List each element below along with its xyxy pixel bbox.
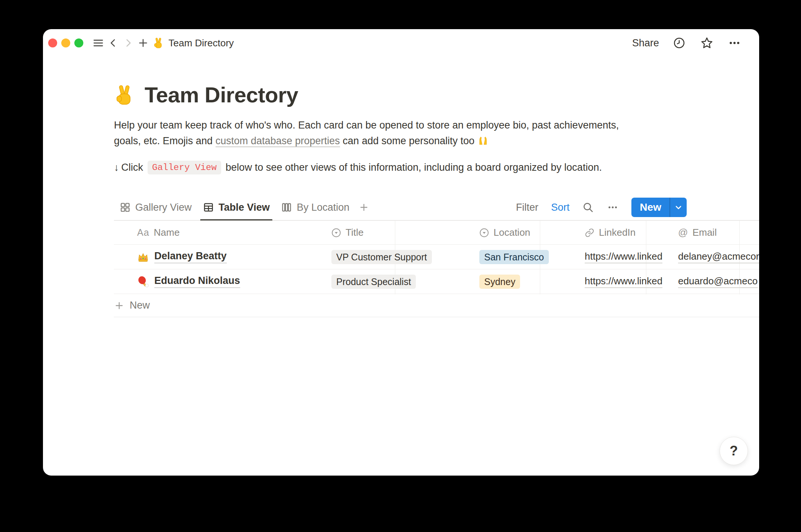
email-cell[interactable]: delaney@acmecor <box>668 251 759 263</box>
new-record-button-label[interactable]: New <box>631 198 669 217</box>
name-cell[interactable]: Delaney Beatty <box>114 250 324 263</box>
column-header-name-label: Name <box>154 227 180 238</box>
page-description: Help your team keep track of who's who. … <box>114 117 671 149</box>
back-icon[interactable] <box>106 35 121 50</box>
app-window: Team Directory Share <box>43 29 759 476</box>
view-bar: Gallery View Table View By Location <box>114 194 759 220</box>
view-options-icon[interactable] <box>607 201 619 213</box>
title-tag: VP Customer Support <box>331 250 432 264</box>
custom-database-properties-link[interactable]: custom database properties <box>216 135 340 147</box>
tab-gallery-view[interactable]: Gallery View <box>114 194 197 220</box>
text-property-icon: Aa <box>137 227 149 238</box>
column-header-linkedin-label: LinkedIn <box>599 227 635 238</box>
title-cell[interactable]: Product Specialist <box>324 275 469 289</box>
help-button[interactable]: ? <box>720 437 748 465</box>
raising-hands-emoji <box>477 135 489 146</box>
column-header-email[interactable]: @ Email <box>668 227 759 238</box>
chevron-down-icon[interactable] <box>670 198 687 217</box>
column-header-email-label: Email <box>692 227 717 238</box>
description-line-1: Help your team keep track of who's who. … <box>114 117 671 133</box>
email-cell[interactable]: eduardo@acmeco <box>668 275 759 288</box>
victory-hand-page-emoji[interactable] <box>114 84 135 105</box>
titlebar-actions: Share <box>632 35 742 50</box>
new-tab-icon[interactable] <box>136 35 151 50</box>
email-property-icon: @ <box>678 227 688 238</box>
table-row[interactable]: Eduardo Nikolaus Product Specialist Sydn… <box>114 269 759 294</box>
location-tag: Sydney <box>479 275 520 289</box>
close-window-button[interactable] <box>48 38 57 47</box>
ping-pong-emoji <box>137 276 149 288</box>
plus-icon <box>359 202 369 213</box>
linkedin-url[interactable]: https://www.linked <box>585 251 662 263</box>
breadcrumb[interactable]: Team Directory <box>153 37 234 49</box>
new-row-button[interactable]: New <box>114 294 759 317</box>
description-line-2-pre: goals, etc. Emojis and <box>114 135 216 146</box>
description-line-2-post: can add some personality too <box>340 135 477 146</box>
callout-line: ↓ Click Gallery View below to see other … <box>114 161 602 174</box>
forward-icon[interactable] <box>121 35 136 50</box>
column-header-name[interactable]: Aa Name <box>114 227 324 238</box>
linkedin-url[interactable]: https://www.linked <box>585 275 662 288</box>
name-cell[interactable]: Eduardo Nikolaus <box>114 275 324 288</box>
email-link[interactable]: eduardo@acmeco <box>678 275 758 288</box>
screen: { "titlebar": { "title": "Team Directory… <box>0 0 801 532</box>
record-name-link[interactable]: Eduardo Nikolaus <box>154 275 240 288</box>
record-name-link[interactable]: Delaney Beatty <box>154 250 227 263</box>
url-property-icon <box>585 228 594 238</box>
sidebar-toggle-icon[interactable] <box>91 35 106 50</box>
traffic-lights <box>48 38 83 47</box>
location-tag: San Francisco <box>479 250 549 264</box>
search-icon[interactable] <box>582 201 594 213</box>
callout-pre-text: Click <box>121 162 143 173</box>
column-header-linkedin[interactable]: LinkedIn <box>575 227 668 238</box>
tab-table-view[interactable]: Table View <box>197 194 275 220</box>
favorite-star-icon[interactable] <box>699 35 714 50</box>
page-title: Team Directory <box>114 82 298 107</box>
board-view-icon <box>281 202 292 213</box>
column-header-title[interactable]: Title <box>324 227 469 238</box>
location-cell[interactable]: San Francisco <box>469 250 575 264</box>
tab-table-view-label: Table View <box>219 202 270 213</box>
linkedin-cell[interactable]: https://www.linked <box>575 275 668 288</box>
new-record-button[interactable]: New <box>631 198 687 217</box>
crown-emoji <box>137 251 149 263</box>
table-header-row: Aa Name Title Location LinkedIn <box>114 220 759 245</box>
database-toolbar: Filter Sort New <box>516 194 687 220</box>
column-header-title-label: Title <box>346 227 364 238</box>
tab-gallery-view-label: Gallery View <box>135 202 192 213</box>
share-button[interactable]: Share <box>632 37 659 49</box>
table-view: Aa Name Title Location LinkedIn <box>43 220 759 317</box>
callout-post-text: below to see other views of this informa… <box>226 162 602 173</box>
tab-by-location-label: By Location <box>297 202 349 213</box>
filter-button[interactable]: Filter <box>516 202 538 213</box>
down-arrow-glyph: ↓ <box>114 162 119 173</box>
new-row-label: New <box>130 300 150 311</box>
view-tabs: Gallery View Table View By Location <box>114 194 373 220</box>
title-tag: Product Specialist <box>331 275 416 289</box>
zoom-window-button[interactable] <box>74 38 83 47</box>
gallery-view-icon <box>120 202 131 213</box>
select-property-icon <box>331 228 341 238</box>
more-options-icon[interactable] <box>727 35 742 50</box>
plus-icon <box>114 300 124 311</box>
table-row[interactable]: Delaney Beatty VP Customer Support San F… <box>114 245 759 269</box>
page-title-text: Team Directory <box>145 82 298 107</box>
history-clock-icon[interactable] <box>672 35 687 50</box>
tab-by-location[interactable]: By Location <box>275 194 355 220</box>
victory-hand-emoji <box>153 37 164 49</box>
titlebar-page-title: Team Directory <box>168 37 234 49</box>
help-button-label: ? <box>730 443 738 459</box>
select-property-icon <box>479 228 489 238</box>
column-header-location[interactable]: Location <box>469 227 575 238</box>
table-view-icon <box>203 202 214 213</box>
gallery-view-code-chip: Gallery View <box>148 161 221 174</box>
sort-button[interactable]: Sort <box>551 202 570 213</box>
minimize-window-button[interactable] <box>61 38 70 47</box>
titlebar: Team Directory Share <box>43 29 759 57</box>
linkedin-cell[interactable]: https://www.linked <box>575 251 668 263</box>
add-view-button[interactable] <box>355 194 373 220</box>
title-cell[interactable]: VP Customer Support <box>324 250 469 264</box>
email-link[interactable]: delaney@acmecor <box>678 251 759 263</box>
column-header-location-label: Location <box>494 227 530 238</box>
location-cell[interactable]: Sydney <box>469 275 575 289</box>
